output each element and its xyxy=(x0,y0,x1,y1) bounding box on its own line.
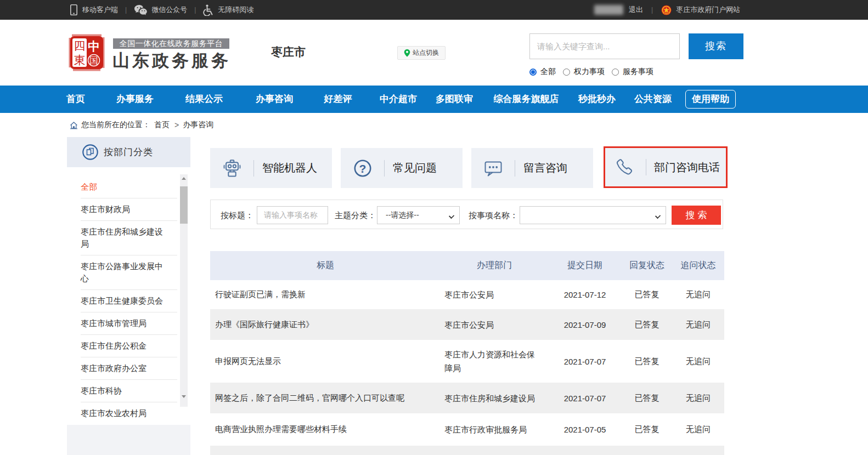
svg-text:国: 国 xyxy=(89,56,98,65)
svg-text:?: ? xyxy=(359,162,367,174)
svg-text:中: 中 xyxy=(88,39,100,53)
svg-text:東: 東 xyxy=(74,54,86,66)
svg-text:四: 四 xyxy=(74,39,86,52)
